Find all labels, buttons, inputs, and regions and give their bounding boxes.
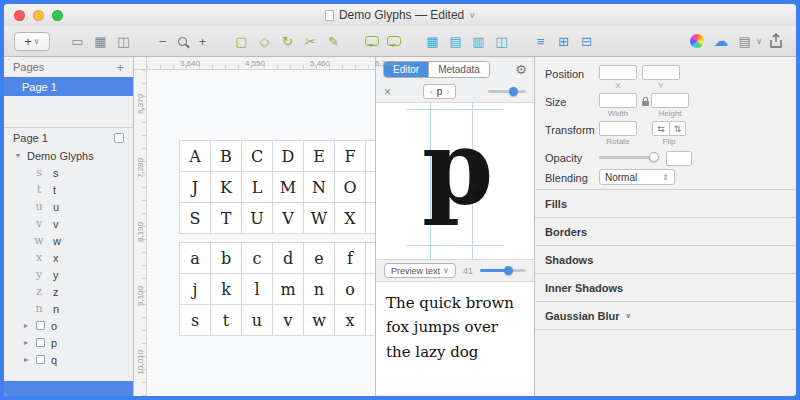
grid-icon[interactable]: ▦ xyxy=(424,33,441,50)
glyph-cell[interactable]: j xyxy=(180,274,210,304)
glyph-cell[interactable]: P xyxy=(366,172,375,202)
glyph-cell[interactable]: L xyxy=(242,172,272,202)
scissors-tool-icon[interactable]: ✂ xyxy=(302,33,319,50)
glyph-cell[interactable]: E xyxy=(304,141,334,171)
position-y-field[interactable] xyxy=(642,65,680,80)
glyph-zoom-slider[interactable] xyxy=(488,90,526,93)
layer-group-demo-glyphs[interactable]: ▾ Demo Glyphs xyxy=(4,147,133,164)
zoom-window-button[interactable] xyxy=(52,10,63,21)
glyph-cell[interactable]: f xyxy=(335,243,365,273)
list-item-glyph[interactable]: x x xyxy=(4,249,133,266)
section-inner-shadows[interactable]: Inner Shadows xyxy=(545,278,786,297)
glyph-cell[interactable]: g xyxy=(366,243,375,273)
glyph-cell[interactable]: w xyxy=(304,305,334,335)
share-icon[interactable] xyxy=(769,33,783,49)
close-window-button[interactable] xyxy=(14,10,25,21)
preview-size-slider[interactable] xyxy=(480,269,526,272)
glyph-cell[interactable]: n xyxy=(304,274,334,304)
glyph-cell[interactable]: m xyxy=(273,274,303,304)
layout-icon[interactable]: ◫ xyxy=(493,33,510,50)
chevron-down-icon[interactable]: ∨ xyxy=(756,37,762,46)
list-item-glyph[interactable]: s s xyxy=(4,164,133,181)
glyph-cell[interactable]: l xyxy=(242,274,272,304)
glyph-cell[interactable]: W xyxy=(304,203,334,233)
chat-icon[interactable] xyxy=(387,36,401,46)
image-icon[interactable]: ▦ xyxy=(92,33,109,50)
glyph-cell[interactable]: X xyxy=(335,203,365,233)
close-icon[interactable]: × xyxy=(384,85,391,99)
glyph-cell[interactable]: B xyxy=(211,141,241,171)
rows-icon[interactable]: ▤ xyxy=(447,33,464,50)
shape-tool-icon[interactable]: ▢ xyxy=(233,33,250,50)
vector-tool-icon[interactable]: ◇ xyxy=(256,33,273,50)
glyph-cell[interactable]: T xyxy=(211,203,241,233)
slider-knob[interactable] xyxy=(649,152,659,162)
glyph-cell[interactable]: O xyxy=(335,172,365,202)
stepper-next-icon[interactable]: › xyxy=(442,87,453,97)
insert-button[interactable]: + ∨ xyxy=(14,32,50,51)
list-item-glyph-group[interactable]: ▸ q xyxy=(4,351,133,368)
descender-guide[interactable] xyxy=(406,245,504,246)
disclosure-open-icon[interactable]: ▾ xyxy=(14,151,22,160)
color-wheel-icon[interactable] xyxy=(690,34,704,48)
glyph-cell[interactable]: c xyxy=(242,243,272,273)
position-x-field[interactable] xyxy=(599,65,637,80)
height-field[interactable] xyxy=(651,93,689,108)
rotate-tool-icon[interactable]: ↻ xyxy=(279,33,296,50)
list-item-glyph[interactable]: y y xyxy=(4,266,133,283)
chevron-down-icon[interactable]: ∨ xyxy=(469,11,475,20)
slice-icon[interactable]: ◫ xyxy=(115,33,132,50)
list-item-glyph[interactable]: v v xyxy=(4,215,133,232)
align-grid-icon[interactable]: ⊞ xyxy=(555,33,572,50)
layers-page-header[interactable]: Page 1 xyxy=(4,128,133,147)
glyph-cell[interactable]: p xyxy=(366,274,375,304)
zoom-out-button[interactable]: − xyxy=(154,33,171,50)
flip-horizontal-icon[interactable]: ⇆ xyxy=(653,122,669,135)
glyph-cell[interactable]: y xyxy=(366,305,375,335)
sidebar-item-page1[interactable]: Page 1 xyxy=(4,77,133,96)
glyph-cell[interactable]: U xyxy=(242,203,272,233)
section-gaussian-blur[interactable]: Gaussian Blur ∨ xyxy=(545,306,786,325)
section-borders[interactable]: Borders xyxy=(545,222,786,241)
list-item-glyph[interactable]: n n xyxy=(4,300,133,317)
glyph-cell[interactable]: S xyxy=(180,203,210,233)
glyph-cell[interactable]: u xyxy=(242,305,272,335)
blending-select[interactable]: Normal ⇕ xyxy=(599,169,675,185)
glyph-cell[interactable]: C xyxy=(242,141,272,171)
list-item-glyph-group[interactable]: ▸ o xyxy=(4,317,133,334)
glyph-cell[interactable]: v xyxy=(273,305,303,335)
view-list-icon[interactable]: ▤ xyxy=(736,33,753,50)
canvas[interactable]: ABCDEFGHIJKLMNOPQRSTUVWXYZ abcdefghijklm… xyxy=(147,70,375,396)
minimize-window-button[interactable] xyxy=(33,10,44,21)
section-shadows[interactable]: Shadows xyxy=(545,250,786,269)
gear-icon[interactable]: ⚙ xyxy=(515,62,527,77)
width-field[interactable] xyxy=(599,93,637,108)
glyph-edit-canvas[interactable]: p xyxy=(376,102,534,260)
glyph-cell[interactable]: G xyxy=(366,141,375,171)
lock-icon[interactable] xyxy=(641,93,650,109)
glyph-cell[interactable]: b xyxy=(211,243,241,273)
pencil-tool-icon[interactable]: ✎ xyxy=(325,33,342,50)
comment-icon[interactable] xyxy=(365,36,379,46)
glyph-cell[interactable]: e xyxy=(304,243,334,273)
glyph-outline[interactable]: p xyxy=(422,105,493,233)
glyph-cell[interactable]: Y xyxy=(366,203,375,233)
glyph-cell[interactable]: F xyxy=(335,141,365,171)
stepper-prev-icon[interactable]: ‹ xyxy=(426,87,437,97)
glyph-cell[interactable]: s xyxy=(180,305,210,335)
flip-vertical-icon[interactable]: ⇅ xyxy=(669,122,685,135)
opacity-slider[interactable] xyxy=(599,156,657,159)
glyph-cell[interactable]: d xyxy=(273,243,303,273)
align-center-icon[interactable]: ⊟ xyxy=(578,33,595,50)
artboard-icon[interactable]: ▭ xyxy=(69,33,86,50)
glyph-cell[interactable]: a xyxy=(180,243,210,273)
opacity-field[interactable] xyxy=(666,151,692,166)
columns-icon[interactable]: ▥ xyxy=(470,33,487,50)
glyph-cell[interactable]: o xyxy=(335,274,365,304)
glyph-cell[interactable]: x xyxy=(335,305,365,335)
glyph-cell[interactable]: A xyxy=(180,141,210,171)
preview-text-button[interactable]: Preview text ∨ xyxy=(384,263,456,278)
glyph-cell[interactable]: V xyxy=(273,203,303,233)
glyph-cell[interactable]: J xyxy=(180,172,210,202)
glyph-cell[interactable]: t xyxy=(211,305,241,335)
